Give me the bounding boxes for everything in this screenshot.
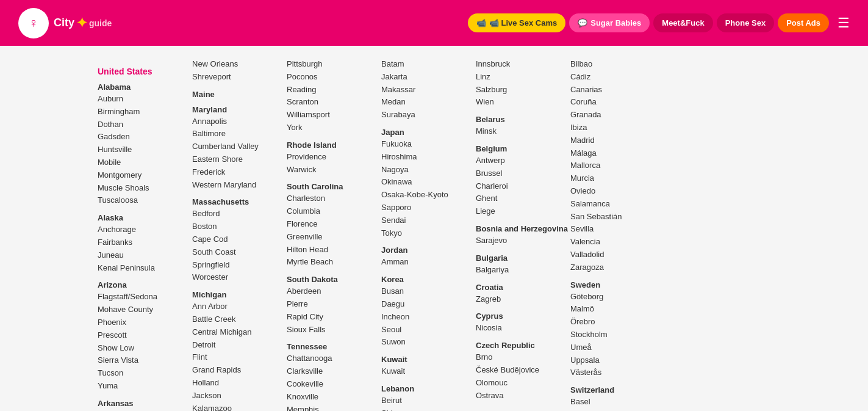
city-link[interactable]: Zagreb [476, 293, 570, 306]
city-link[interactable]: Kenai Peninsula [98, 262, 192, 275]
city-link[interactable]: Málaga [570, 147, 665, 160]
city-link[interactable]: Mobile [98, 156, 192, 169]
city-link[interactable]: Sapporo [381, 202, 476, 214]
city-link[interactable]: Shreveport [192, 71, 287, 84]
hamburger-icon[interactable]: ☰ [838, 15, 850, 31]
city-link[interactable]: Surabaya [381, 109, 476, 122]
city-link[interactable]: Rapid City [287, 311, 381, 324]
city-link[interactable]: Liege [476, 205, 570, 218]
city-link[interactable]: Gadsden [98, 131, 192, 144]
city-link[interactable]: Hilton Head [287, 244, 381, 256]
city-link[interactable]: Baltimore [192, 128, 287, 140]
city-link[interactable]: Valladolid [570, 249, 665, 261]
city-link[interactable]: Göteborg [570, 291, 665, 304]
city-link[interactable]: Pittsburgh [287, 58, 381, 71]
city-link[interactable]: Kalamazoo [192, 402, 287, 411]
city-link[interactable]: Annapolis [192, 115, 287, 128]
city-link[interactable]: Central Michigan [192, 326, 287, 339]
city-link[interactable]: Holland [192, 377, 287, 390]
city-link[interactable]: Eastern Shore [192, 153, 287, 166]
city-link[interactable]: Nicosia [476, 322, 570, 335]
city-link[interactable]: Mallorca [570, 159, 665, 172]
city-link[interactable]: Yuma [98, 380, 192, 393]
city-link[interactable]: Sendai [381, 214, 476, 227]
city-link[interactable]: Osaka-Kobe-Kyoto [381, 189, 476, 202]
city-link[interactable]: Makassar [381, 84, 476, 96]
city-link[interactable]: Auburn [98, 93, 192, 106]
city-link[interactable]: Flagstaff/Sedona [98, 291, 192, 304]
city-link[interactable]: South Coast [192, 246, 287, 259]
city-link[interactable]: Seoul [381, 324, 476, 336]
city-link[interactable]: Ann Arbor [192, 300, 287, 313]
city-link[interactable]: Providence [287, 151, 381, 164]
city-link[interactable]: Jackson [192, 390, 287, 402]
city-link[interactable]: Uppsala [570, 354, 665, 367]
city-link[interactable]: Bilbao [570, 58, 665, 71]
city-link[interactable]: Stockholm [570, 329, 665, 341]
live-sex-cams-button[interactable]: 📹 📹 Live Sex Cams [468, 13, 565, 32]
city-link[interactable]: Oviedo [570, 185, 665, 198]
city-link[interactable]: Tokyo [381, 227, 476, 240]
city-link[interactable]: Western Maryland [192, 179, 287, 192]
city-link[interactable]: Prescott [98, 329, 192, 342]
city-link[interactable]: Örebro [570, 316, 665, 329]
city-link[interactable]: Antwerp [476, 155, 570, 167]
city-link[interactable]: Huntsville [98, 144, 192, 156]
city-link[interactable]: Grand Rapids [192, 364, 287, 377]
city-link[interactable]: Incheon [381, 311, 476, 324]
city-link[interactable]: Bedford [192, 208, 287, 220]
city-link[interactable]: Flint [192, 351, 287, 364]
city-link[interactable]: Anchorage [98, 224, 192, 236]
city-link[interactable]: Jakarta [381, 71, 476, 84]
city-link[interactable]: Cádiz [570, 71, 665, 84]
city-link[interactable]: Innsbruck [476, 58, 570, 71]
city-link[interactable]: York [287, 122, 381, 134]
city-link[interactable]: Scranton [287, 96, 381, 109]
city-link[interactable]: Fukuoka [381, 138, 476, 151]
city-link[interactable]: Muscle Shoals [98, 182, 192, 195]
city-link[interactable]: Myrtle Beach [287, 256, 381, 269]
city-link[interactable]: Salamanca [570, 198, 665, 211]
post-ads-button[interactable]: Post Ads [778, 13, 829, 32]
city-link[interactable]: Västerås [570, 366, 665, 379]
city-link[interactable]: Detroit [192, 339, 287, 352]
city-link[interactable]: Cookeville [287, 378, 381, 391]
city-link[interactable]: Charleston [287, 192, 381, 205]
city-link[interactable]: Tuscaloosa [98, 194, 192, 207]
city-link[interactable]: Wien [476, 96, 570, 109]
city-link[interactable]: Chattanooga [287, 352, 381, 365]
city-link[interactable]: Sioux Falls [287, 324, 381, 336]
city-link[interactable]: Linz [476, 71, 570, 84]
city-link[interactable]: Birmingham [98, 106, 192, 118]
city-link[interactable]: České Budějovice [476, 364, 570, 377]
city-link[interactable]: Bern [570, 409, 665, 411]
city-link[interactable]: Show Low [98, 342, 192, 355]
meet-fuck-button[interactable]: Meet&Fuck [653, 13, 712, 32]
phone-sex-button[interactable]: Phone Sex [717, 13, 774, 32]
city-link[interactable]: Frederick [192, 166, 287, 179]
city-link[interactable]: Murcia [570, 172, 665, 185]
city-link[interactable]: Valencia [570, 236, 665, 249]
city-link[interactable]: Cumberland Valley [192, 140, 287, 153]
city-link[interactable]: Mohave County [98, 304, 192, 316]
city-link[interactable]: Florence [287, 218, 381, 231]
city-link[interactable]: Sevilla [570, 223, 665, 236]
sugar-babies-button[interactable]: 💬 Sugar Babies [569, 13, 650, 32]
city-link[interactable]: Charleroi [476, 180, 570, 193]
city-link[interactable]: Springfield [192, 259, 287, 272]
city-link[interactable]: Suwon [381, 336, 476, 349]
city-link[interactable]: Nagoya [381, 164, 476, 176]
city-link[interactable]: Memphis [287, 404, 381, 411]
city-link[interactable]: Zaragoza [570, 261, 665, 274]
city-link[interactable]: Battle Creek [192, 313, 287, 326]
city-link[interactable]: New Orleans [192, 58, 287, 71]
city-link[interactable]: Tucson [98, 367, 192, 380]
city-link[interactable]: Ostrava [476, 390, 570, 402]
city-link[interactable]: Poconos [287, 71, 381, 84]
city-link[interactable]: Aberdeen [287, 285, 381, 298]
city-link[interactable]: Coruña [570, 96, 665, 109]
city-link[interactable]: Phoenix [98, 316, 192, 329]
city-link[interactable]: Sierra Vista [98, 354, 192, 367]
city-link[interactable]: Warwick [287, 164, 381, 176]
city-link[interactable]: Canarias [570, 84, 665, 96]
